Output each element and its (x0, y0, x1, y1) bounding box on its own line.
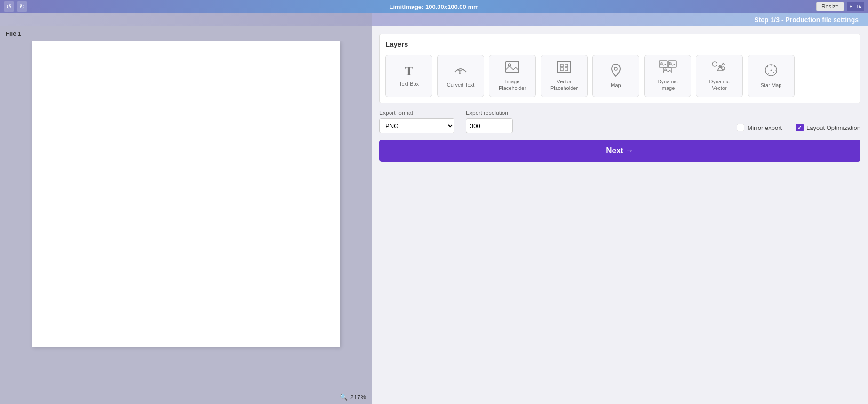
star-map-label: Star Map (761, 82, 782, 89)
top-bar-right: Resize BETA (816, 2, 864, 11)
step-header: Step 1/3 - Production file settings (372, 13, 868, 26)
layout-optimization-checkbox[interactable] (796, 124, 804, 131)
export-format-select[interactable]: PNG PDF SVG JPG (379, 118, 454, 133)
layers-section: Layers T Text Box T Curved Text (379, 34, 860, 103)
layer-item-dynamic-image[interactable]: DynamicImage (644, 55, 691, 97)
zoom-level: 217% (350, 394, 366, 401)
layers-title: Layers (385, 40, 854, 48)
dynamic-image-icon (659, 60, 677, 75)
mirror-export-checkbox[interactable] (737, 124, 744, 131)
svg-point-20 (768, 73, 769, 74)
svg-rect-6 (560, 68, 563, 71)
svg-point-19 (774, 66, 775, 67)
mirror-export-label: Mirror export (747, 124, 782, 131)
star-map-icon (764, 63, 779, 79)
map-icon (609, 63, 622, 79)
export-format-label: Export format (379, 110, 454, 116)
layer-grid: T Text Box T Curved Text (385, 55, 854, 97)
layer-item-dynamic-vector[interactable]: DynamicVector (696, 55, 743, 97)
svg-rect-9 (659, 61, 667, 67)
limit-image-label: LimitImage: 100.00x100.00 mm (389, 3, 478, 10)
svg-rect-4 (560, 64, 563, 67)
curved-text-icon: T (453, 64, 468, 79)
map-label: Map (611, 82, 621, 89)
svg-rect-5 (565, 64, 568, 67)
resize-button[interactable]: Resize (816, 2, 844, 11)
options-row: Mirror export Layout Optimization (737, 124, 860, 133)
text-box-icon: T (405, 65, 414, 78)
canvas-area: File 1 🔍 217% (0, 26, 372, 404)
right-panel: Layers T Text Box T Curved Text (372, 26, 868, 404)
curved-text-label: Curved Text (447, 81, 475, 88)
export-settings-row: Export format PNG PDF SVG JPG Export res… (379, 110, 860, 133)
top-bar: ↺ ↻ LimitImage: 100.00x100.00 mm Resize … (0, 0, 868, 13)
export-format-group: Export format PNG PDF SVG JPG (379, 110, 454, 133)
svg-point-15 (712, 62, 717, 66)
svg-point-18 (767, 66, 768, 67)
layer-item-vector-placeholder[interactable]: VectorPlaceholder (541, 55, 588, 97)
export-resolution-label: Export resolution (466, 110, 513, 116)
zoom-icon: 🔍 (340, 393, 348, 401)
layer-item-image-placeholder[interactable]: ImagePlaceholder (489, 55, 536, 97)
layer-item-text-box[interactable]: T Text Box (385, 55, 432, 97)
image-placeholder-label: ImagePlaceholder (499, 78, 526, 92)
svg-point-23 (775, 70, 776, 71)
svg-point-17 (771, 69, 772, 71)
main-content: File 1 🔍 217% Layers T Text Box (0, 26, 868, 404)
text-box-label: Text Box (399, 81, 419, 87)
undo-button[interactable]: ↺ (4, 1, 14, 12)
svg-point-22 (771, 65, 772, 66)
canvas-bottom: 🔍 217% (0, 390, 372, 404)
beta-button[interactable]: BETA (847, 2, 864, 11)
svg-text:T: T (458, 68, 462, 75)
export-resolution-input[interactable] (466, 118, 513, 133)
step-title: Step 1/3 - Production file settings (754, 16, 859, 24)
svg-rect-11 (668, 61, 676, 67)
redo-button[interactable]: ↻ (17, 1, 27, 12)
svg-rect-7 (565, 68, 568, 71)
next-button[interactable]: Next → (379, 140, 860, 162)
vector-placeholder-icon (557, 60, 572, 75)
image-placeholder-icon (505, 60, 520, 75)
canvas-white (32, 41, 340, 347)
vector-placeholder-label: VectorPlaceholder (550, 78, 578, 92)
mirror-export-group: Mirror export (737, 124, 782, 131)
file-label: File 1 (0, 26, 372, 41)
dynamic-vector-icon (711, 60, 728, 75)
layer-item-map[interactable]: Map (592, 55, 639, 97)
layer-item-star-map[interactable]: Star Map (748, 55, 795, 97)
canvas-container (0, 41, 372, 390)
top-bar-left: ↺ ↻ (4, 1, 27, 12)
layout-optimization-label: Layout Optimization (806, 124, 860, 131)
export-resolution-group: Export resolution (466, 110, 513, 133)
layout-optimization-group: Layout Optimization (796, 124, 860, 131)
svg-rect-1 (506, 61, 519, 73)
dynamic-vector-label: DynamicVector (709, 78, 730, 92)
svg-point-21 (773, 72, 774, 73)
layer-item-curved-text[interactable]: T Curved Text (437, 55, 484, 97)
svg-rect-3 (557, 61, 571, 73)
dynamic-image-label: DynamicImage (658, 78, 678, 92)
svg-point-8 (614, 67, 617, 70)
